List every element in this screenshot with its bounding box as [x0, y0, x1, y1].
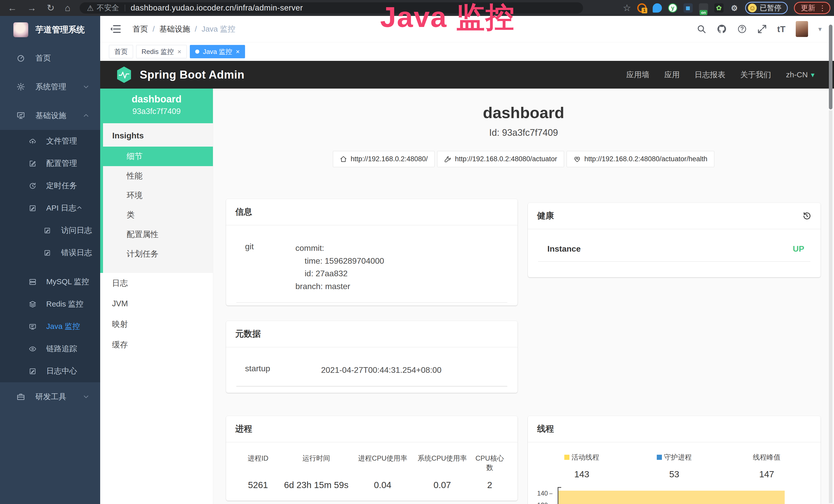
actuator-url-link[interactable]: http://192.168.0.2:48080/actuator [437, 151, 564, 167]
sidebar-item-infra[interactable]: 基础设施 [0, 101, 100, 130]
scrollbar-thumb[interactable] [829, 25, 832, 109]
help-icon[interactable] [737, 24, 747, 34]
extension-switch-icon[interactable]: on [699, 3, 708, 13]
chrome-update-button[interactable]: 更新 ⋮ [794, 2, 830, 14]
tab-label: Java 监控 [203, 47, 232, 56]
process-header-row: 进程ID 运行时间 进程CPU使用率 系统CPU使用率 CPU核心数 [236, 454, 507, 472]
process-col-uptime: 运行时间 [280, 454, 353, 472]
inst-nav-config-props[interactable]: 配置属性 [103, 225, 213, 244]
instance-name: dashboard [100, 94, 213, 105]
reload-icon[interactable]: ↻ [47, 3, 54, 13]
extension-grid-icon[interactable]: ▦ [683, 3, 693, 13]
card-title-text: 信息 [235, 206, 252, 218]
breadcrumb-home[interactable]: 首页 [133, 24, 148, 35]
home-icon[interactable]: ⌂ [65, 3, 70, 13]
history-icon [29, 182, 40, 190]
sidebar-fold-icon[interactable] [110, 24, 122, 34]
health-history-icon[interactable] [802, 211, 811, 221]
sidebar-item-redis-monitor[interactable]: Redis 监控 [0, 293, 100, 315]
inst-nav-metrics[interactable]: 性能 [103, 166, 213, 186]
tab-java-monitor[interactable]: Java 监控 × [190, 45, 245, 58]
chevron-up-icon [83, 112, 89, 119]
breadcrumb-infra[interactable]: 基础设施 [159, 24, 190, 35]
header-actions: tT ▾ [697, 16, 822, 42]
sidebar-item-trace[interactable]: 链路追踪 [0, 338, 100, 360]
inst-nav-jvm[interactable]: JVM [100, 294, 213, 314]
font-size-icon[interactable]: tT [777, 24, 786, 34]
extensions-puzzle-icon[interactable]: ⚙ [730, 3, 739, 13]
browser-menu-icon[interactable]: ⋮ [819, 4, 826, 12]
paused-label: 已暂停 [760, 3, 781, 13]
user-menu-caret-icon[interactable]: ▾ [818, 25, 822, 33]
info-key: git [236, 242, 295, 251]
legend-text: 活动线程 [571, 453, 599, 462]
inst-nav-classes[interactable]: 类 [103, 205, 213, 225]
sba-language-select[interactable]: zh-CN ▾ [786, 70, 814, 79]
sba-nav-wallboard[interactable]: 应用墙 [626, 70, 649, 80]
sidebar-item-system[interactable]: 系统管理 [0, 72, 100, 101]
sba-nav: 应用墙 应用 日志报表 关于我们 zh-CN ▾ [626, 70, 834, 80]
daemon-threads-value: 53 [669, 469, 679, 479]
inst-nav-logs[interactable]: 日志 [100, 273, 213, 294]
sidebar-item-label: API 日志 [46, 203, 76, 213]
extension-colorzilla-icon[interactable]: 1 [637, 3, 646, 13]
tab-home[interactable]: 首页 [109, 45, 133, 58]
extension-leaf-icon[interactable]: ✿ [714, 3, 724, 13]
sidebar-item-error-log[interactable]: 错误日志 [0, 242, 100, 264]
sidebar-item-scheduled-jobs[interactable]: 定时任务 [0, 175, 100, 197]
sidebar-item-log-center[interactable]: 日志中心 [0, 360, 100, 382]
profile-paused-chip[interactable]: ☺ 已暂停 [745, 2, 788, 14]
sidebar-item-java-monitor[interactable]: Java 监控 [0, 315, 100, 338]
sba-logo-icon[interactable] [116, 66, 132, 84]
inst-nav-scheduled-tasks[interactable]: 计划任务 [103, 244, 213, 264]
back-icon[interactable]: ← [8, 3, 17, 13]
extension-y-icon[interactable]: y [668, 3, 677, 13]
inst-nav-mappings[interactable]: 映射 [100, 314, 213, 335]
sidebar-item-dev-tools[interactable]: 研发工具 [0, 382, 100, 411]
github-icon[interactable] [717, 24, 727, 34]
service-url-link[interactable]: http://192.168.0.2:48080/ [333, 151, 435, 167]
user-avatar[interactable] [796, 21, 808, 37]
extension-pin-icon[interactable] [653, 3, 662, 13]
tab-redis-monitor[interactable]: Redis 监控 × [136, 45, 187, 58]
briefcase-icon [17, 392, 28, 401]
sba-nav-about[interactable]: 关于我们 [740, 70, 771, 80]
health-row-instance[interactable]: Instance UP [538, 244, 810, 261]
insights-group-label: Insights [103, 123, 213, 146]
sba-nav-journal[interactable]: 日志报表 [695, 70, 725, 80]
inst-nav-environment[interactable]: 环境 [103, 186, 213, 205]
health-url-link[interactable]: http://192.168.0.2:48080/actuator/health [567, 151, 714, 167]
close-icon[interactable]: × [236, 48, 240, 55]
fullscreen-icon[interactable] [757, 24, 767, 34]
process-proc-cpu-value: 0.04 [353, 480, 413, 490]
infra-submenu: 文件管理 配置管理 定时任务 API 日志 [0, 130, 100, 382]
security-label: 不安全 [97, 3, 119, 13]
sba-nav-applications[interactable]: 应用 [664, 70, 680, 80]
sidebar-item-config-manage[interactable]: 配置管理 [0, 152, 100, 175]
inst-nav-caches[interactable]: 缓存 [100, 335, 213, 355]
inst-nav-details[interactable]: 细节 [100, 146, 213, 166]
server-icon [29, 278, 40, 286]
app-logo-row[interactable]: 芋道管理系统 [0, 16, 100, 44]
tags-view-bar: 首页 Redis 监控 × Java 监控 × [100, 42, 834, 61]
scrollbar-track[interactable] [829, 110, 832, 503]
info-row-git: git commit: time: 1596289704000 id: 27aa… [236, 242, 507, 303]
live-threads-area [558, 491, 785, 504]
close-icon[interactable]: × [177, 48, 181, 55]
instance-header[interactable]: dashboard 93a3fc7f7409 [100, 89, 213, 123]
sidebar-item-label: 首页 [36, 53, 51, 63]
sidebar-item-file-manage[interactable]: 文件管理 [0, 130, 100, 152]
legend-swatch-blue [657, 455, 662, 460]
sidebar-item-home[interactable]: 首页 [0, 44, 100, 72]
chevron-down-icon [83, 393, 89, 400]
card-threads-body: 活动线程 143 守护进程 53 线程峰值 [528, 442, 821, 504]
forward-icon[interactable]: → [27, 3, 37, 13]
sidebar-item-api-log[interactable]: API 日志 [0, 197, 100, 219]
legend-daemon-threads: 守护进程 53 [628, 453, 721, 479]
card-info-title: 信息 [226, 199, 518, 225]
sidebar-item-access-log[interactable]: 访问日志 [0, 219, 100, 242]
sidebar-item-mysql-monitor[interactable]: MySQL 监控 [0, 271, 100, 293]
bookmark-star-icon[interactable]: ☆ [623, 3, 631, 13]
search-icon[interactable] [697, 24, 706, 34]
sba-brand[interactable]: Spring Boot Admin [140, 68, 244, 81]
